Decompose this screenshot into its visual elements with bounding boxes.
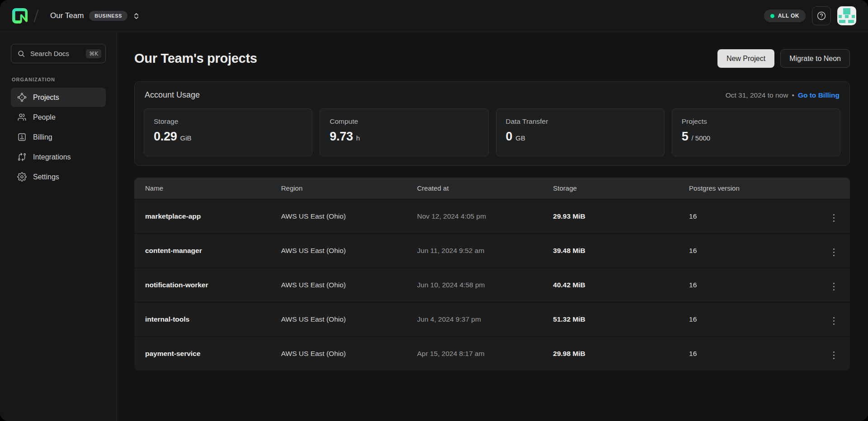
- project-region: AWS US East (Ohio): [270, 268, 406, 302]
- stat-value: 9.73: [330, 130, 353, 144]
- search-docs-input[interactable]: Search Docs ⌘K: [11, 44, 106, 63]
- chevron-selector-icon: [133, 12, 140, 20]
- project-postgres-version: 16: [678, 234, 814, 268]
- integrations-icon: [17, 152, 27, 162]
- search-shortcut-kbd: ⌘K: [86, 49, 101, 58]
- usage-period: Oct 31, 2024 to now • Go to Billing: [726, 91, 840, 99]
- project-postgres-version: 16: [678, 199, 814, 234]
- project-name: internal-tools: [134, 302, 270, 337]
- project-region: AWS US East (Ohio): [270, 337, 406, 370]
- stat-label: Projects: [682, 117, 830, 126]
- stat-label: Compute: [330, 117, 478, 126]
- project-storage: 29.98 MiB: [542, 337, 678, 370]
- table-row[interactable]: payment-service AWS US East (Ohio) Apr 1…: [134, 337, 850, 370]
- stat-value: 5: [682, 130, 689, 144]
- project-storage: 51.32 MiB: [542, 302, 678, 337]
- project-postgres-version: 16: [678, 302, 814, 337]
- stat-value: 0: [506, 130, 513, 144]
- team-name: Our Team: [50, 11, 84, 20]
- plan-badge: BUSINESS: [89, 11, 127, 21]
- sidebar-item-people[interactable]: People: [11, 108, 106, 127]
- sidebar-item-settings[interactable]: Settings: [11, 167, 106, 187]
- table-row[interactable]: internal-tools AWS US East (Ohio) Jun 4,…: [134, 302, 850, 337]
- table-header-row: Name Region Created at Storage Postgres …: [134, 178, 850, 199]
- col-header-name: Name: [134, 178, 270, 199]
- sidebar-item-integrations[interactable]: Integrations: [11, 147, 106, 167]
- search-docs-label: Search Docs: [30, 50, 81, 57]
- table-row[interactable]: marketplace-app AWS US East (Ohio) Nov 1…: [134, 199, 850, 234]
- project-created-at: Jun 10, 2024 4:58 pm: [406, 268, 542, 302]
- project-created-at: Jun 11, 2024 9:52 am: [406, 234, 542, 268]
- usage-period-text: Oct 31, 2024 to now: [726, 91, 788, 99]
- sidebar: Search Docs ⌘K ORGANIZATION Projects: [0, 32, 117, 421]
- app-window: Our Team BUSINESS ALL OK: [0, 0, 868, 421]
- project-region: AWS US East (Ohio): [270, 302, 406, 337]
- account-usage-card: Account Usage Oct 31, 2024 to now • Go t…: [134, 81, 850, 166]
- settings-icon: [17, 172, 27, 182]
- avatar[interactable]: [837, 6, 856, 25]
- people-icon: [17, 112, 27, 122]
- neon-logo[interactable]: [11, 7, 28, 24]
- stat-unit: GB: [515, 134, 525, 142]
- team-selector[interactable]: Our Team BUSINESS: [50, 11, 140, 21]
- project-postgres-version: 16: [678, 268, 814, 302]
- svg-text:$: $: [20, 134, 23, 139]
- status-badge-label: ALL OK: [778, 13, 799, 19]
- migrate-to-neon-button[interactable]: Migrate to Neon: [780, 49, 850, 68]
- sidebar-item-label: Billing: [33, 133, 52, 141]
- project-postgres-version: 16: [678, 337, 814, 370]
- avatar-pattern: [843, 8, 851, 14]
- table-row[interactable]: notification-worker AWS US East (Ohio) J…: [134, 268, 850, 302]
- project-name: content-manager: [134, 234, 270, 268]
- col-header-storage: Storage: [542, 178, 678, 199]
- stat-value: 0.29: [154, 130, 177, 144]
- new-project-button[interactable]: New Project: [717, 49, 774, 68]
- sidebar-item-label: Settings: [33, 173, 59, 181]
- project-created-at: Apr 15, 2024 8:17 am: [406, 337, 542, 370]
- projects-table: Name Region Created at Storage Postgres …: [134, 178, 850, 370]
- search-icon: [17, 50, 25, 58]
- stat-unit: GiB: [180, 134, 191, 142]
- help-button[interactable]: [812, 6, 831, 25]
- project-region: AWS US East (Ohio): [270, 234, 406, 268]
- stat-card-compute: Compute 9.73 h: [320, 108, 488, 156]
- page-title: Our Team's projects: [134, 51, 257, 66]
- col-header-actions: [814, 178, 850, 199]
- sidebar-item-label: People: [33, 113, 56, 122]
- col-header-created-at: Created at: [406, 178, 542, 199]
- stat-unit: / 5000: [692, 134, 711, 142]
- account-usage-title: Account Usage: [145, 90, 200, 100]
- sidebar-item-label: Projects: [33, 94, 59, 102]
- neon-logo-icon: [12, 8, 28, 23]
- project-storage: 40.42 MiB: [542, 268, 678, 302]
- billing-icon: $: [17, 132, 27, 142]
- stat-card-storage: Storage 0.29 GiB: [144, 108, 312, 156]
- row-menu-kebab-icon[interactable]: [831, 350, 837, 361]
- project-region: AWS US East (Ohio): [270, 199, 406, 234]
- col-header-region: Region: [270, 178, 406, 199]
- top-header: Our Team BUSINESS ALL OK: [0, 0, 868, 32]
- row-menu-kebab-icon[interactable]: [831, 315, 837, 327]
- stat-unit: h: [356, 134, 360, 142]
- project-name: marketplace-app: [134, 199, 270, 234]
- stat-label: Storage: [154, 117, 302, 126]
- projects-icon: [17, 93, 27, 103]
- go-to-billing-link[interactable]: Go to Billing: [798, 91, 840, 99]
- table-row[interactable]: content-manager AWS US East (Ohio) Jun 1…: [134, 234, 850, 268]
- stat-card-data-transfer: Data Transfer 0 GB: [496, 108, 665, 156]
- row-menu-kebab-icon[interactable]: [831, 281, 837, 293]
- project-storage: 39.48 MiB: [542, 234, 678, 268]
- row-menu-kebab-icon[interactable]: [831, 247, 837, 258]
- status-badge[interactable]: ALL OK: [764, 9, 806, 22]
- project-name: notification-worker: [134, 268, 270, 302]
- organization-section-label: ORGANIZATION: [12, 77, 105, 82]
- project-storage: 29.93 MiB: [542, 199, 678, 234]
- sidebar-item-billing[interactable]: $ Billing: [11, 127, 106, 147]
- row-menu-kebab-icon[interactable]: [831, 212, 837, 224]
- breadcrumb-slash: [33, 9, 38, 22]
- project-created-at: Jun 4, 2024 9:37 pm: [406, 302, 542, 337]
- main-content: Our Team's projects New Project Migrate …: [117, 32, 868, 421]
- sidebar-item-label: Integrations: [33, 153, 71, 161]
- sidebar-item-projects[interactable]: Projects: [11, 88, 106, 107]
- stat-card-projects: Projects 5 / 5000: [672, 108, 840, 156]
